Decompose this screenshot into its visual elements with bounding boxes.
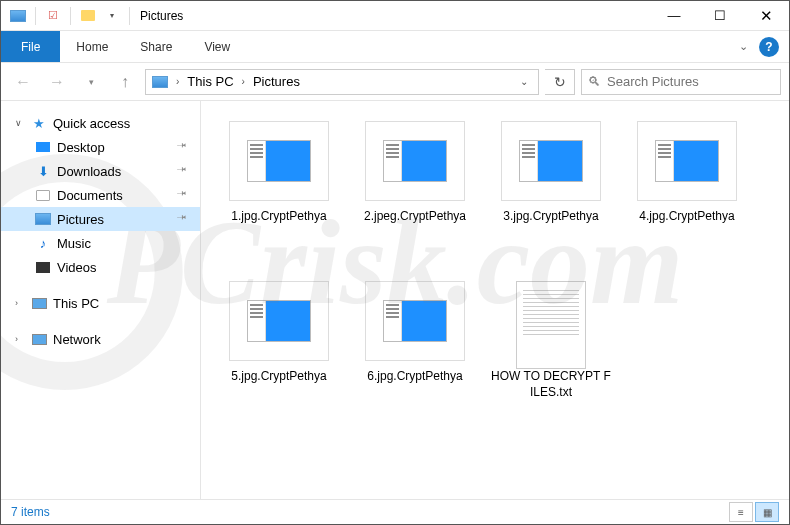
chevron-right-icon[interactable]: › [238,76,249,87]
sidebar-this-pc[interactable]: › This PC [1,291,200,315]
app-icon[interactable] [7,5,29,27]
text-file-icon [516,281,586,369]
forward-button[interactable]: → [43,68,71,96]
file-item[interactable]: 2.jpeg.CryptPethya [347,115,483,275]
music-icon: ♪ [35,235,51,251]
file-name: 6.jpg.CryptPethya [367,369,462,385]
item-count: 7 items [11,505,50,519]
sidebar-quick-access[interactable]: ∨ ★ Quick access [1,111,200,135]
image-file-icon [637,121,737,201]
sidebar-item-label: Pictures [57,212,104,227]
up-button[interactable]: ↑ [111,68,139,96]
thumbnails-view-button[interactable]: ▦ [755,502,779,522]
file-name: HOW TO DECRYPT FILES.txt [491,369,611,400]
sidebar-item-desktop[interactable]: Desktop 📌︎ [1,135,200,159]
close-button[interactable]: ✕ [743,1,789,31]
sidebar-item-label: Music [57,236,91,251]
sidebar: ∨ ★ Quick access Desktop 📌︎ ⬇ Downloads … [1,101,201,500]
image-file-icon [229,121,329,201]
sidebar-item-documents[interactable]: Documents 📌︎ [1,183,200,207]
pictures-icon [35,211,51,227]
file-item[interactable]: 3.jpg.CryptPethya [483,115,619,275]
quick-access-toolbar: ☑ ▾ [1,5,134,27]
file-name: 4.jpg.CryptPethya [639,209,734,225]
documents-icon [35,187,51,203]
tab-view[interactable]: View [188,31,246,62]
sidebar-label: This PC [53,296,99,311]
sidebar-item-downloads[interactable]: ⬇ Downloads 📌︎ [1,159,200,183]
expand-icon[interactable]: › [15,298,25,308]
image-file-icon [501,121,601,201]
file-name: 1.jpg.CryptPethya [231,209,326,225]
search-input[interactable] [607,74,775,89]
search-box[interactable]: 🔍︎ [581,69,781,95]
file-item[interactable]: 5.jpg.CryptPethya [211,275,347,435]
file-grid[interactable]: 1.jpg.CryptPethya2.jpeg.CryptPethya3.jpg… [201,101,789,500]
expand-icon[interactable]: ∨ [15,118,25,128]
pin-icon: 📌︎ [175,185,196,206]
file-item[interactable]: 6.jpg.CryptPethya [347,275,483,435]
breadcrumb[interactable]: This PC [187,74,233,89]
sidebar-item-pictures[interactable]: Pictures 📌︎ [1,207,200,231]
tab-home[interactable]: Home [60,31,124,62]
pin-icon: 📌︎ [175,209,196,230]
minimize-button[interactable]: ― [651,1,697,31]
address-icon [152,74,168,90]
refresh-button[interactable]: ↻ [545,69,575,95]
chevron-right-icon[interactable]: › [172,76,183,87]
sidebar-label: Quick access [53,116,130,131]
details-view-button[interactable]: ≡ [729,502,753,522]
sidebar-item-music[interactable]: ♪ Music [1,231,200,255]
pin-icon: 📌︎ [175,137,196,158]
pin-icon: 📌︎ [175,161,196,182]
address-dropdown-icon[interactable]: ⌄ [516,76,532,87]
ribbon-collapse-icon[interactable]: ⌄ [731,31,755,62]
window-title: Pictures [140,9,183,23]
qat-properties-icon[interactable]: ☑ [42,5,64,27]
file-item[interactable]: 1.jpg.CryptPethya [211,115,347,275]
sidebar-network[interactable]: › Network [1,327,200,351]
sidebar-label: Network [53,332,101,347]
titlebar: ☑ ▾ Pictures ― ☐ ✕ [1,1,789,31]
sidebar-item-label: Documents [57,188,123,203]
expand-icon[interactable]: › [15,334,25,344]
network-icon [31,331,47,347]
image-file-icon [229,281,329,361]
search-icon: 🔍︎ [588,74,601,89]
maximize-button[interactable]: ☐ [697,1,743,31]
downloads-icon: ⬇ [35,163,51,179]
statusbar: 7 items ≡ ▦ [1,499,789,524]
sidebar-item-videos[interactable]: Videos [1,255,200,279]
star-icon: ★ [31,115,47,131]
image-file-icon [365,121,465,201]
recent-locations-icon[interactable]: ▾ [77,68,105,96]
tab-file[interactable]: File [1,31,60,62]
file-item[interactable]: HOW TO DECRYPT FILES.txt [483,275,619,435]
desktop-icon [35,139,51,155]
help-button[interactable]: ? [759,37,779,57]
back-button[interactable]: ← [9,68,37,96]
qat-dropdown-icon[interactable]: ▾ [101,5,123,27]
sidebar-item-label: Videos [57,260,97,275]
file-name: 3.jpg.CryptPethya [503,209,598,225]
videos-icon [35,259,51,275]
image-file-icon [365,281,465,361]
qat-newfolder-icon[interactable] [77,5,99,27]
ribbon-tabs: File Home Share View ⌄ ? [1,31,789,63]
breadcrumb[interactable]: Pictures [253,74,300,89]
address-bar[interactable]: › This PC › Pictures ⌄ [145,69,539,95]
address-row: ← → ▾ ↑ › This PC › Pictures ⌄ ↻ 🔍︎ [1,63,789,101]
file-item[interactable]: 4.jpg.CryptPethya [619,115,755,275]
tab-share[interactable]: Share [124,31,188,62]
file-name: 5.jpg.CryptPethya [231,369,326,385]
file-name: 2.jpeg.CryptPethya [364,209,466,225]
pc-icon [31,295,47,311]
sidebar-item-label: Downloads [57,164,121,179]
sidebar-item-label: Desktop [57,140,105,155]
